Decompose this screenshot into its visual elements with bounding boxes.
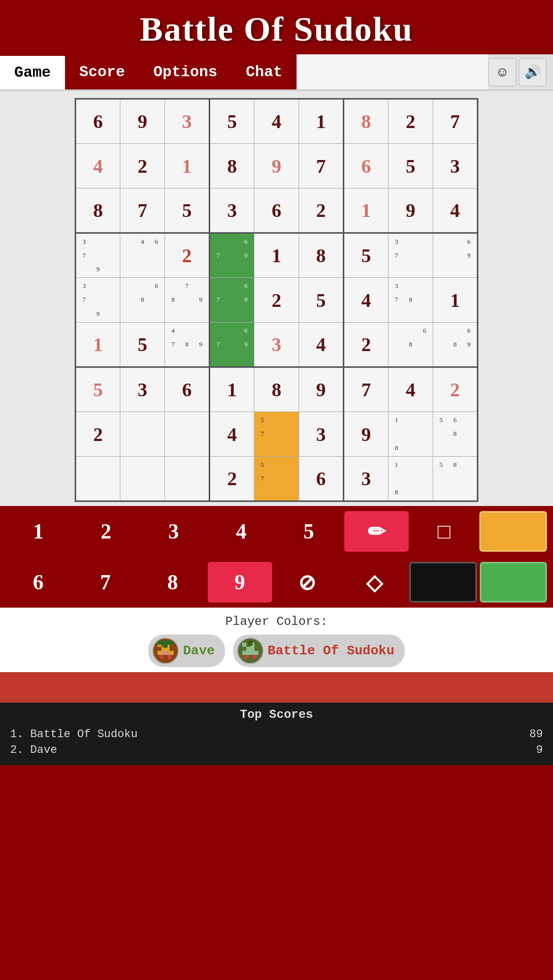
ctrl-btn-1[interactable]: 1 [6, 511, 71, 552]
cell-6-7[interactable]: 4 [388, 367, 433, 412]
cell-8-0[interactable] [76, 457, 120, 501]
cell-4-3[interactable]: 679 [210, 278, 254, 323]
cell-1-0[interactable]: 4 [76, 144, 120, 188]
cell-5-8[interactable]: 689 [433, 323, 478, 367]
cell-2-6[interactable]: 1 [344, 188, 388, 233]
cell-2-7[interactable]: 9 [388, 188, 433, 233]
cell-7-0[interactable]: 2 [76, 412, 120, 457]
cell-0-8[interactable]: 7 [433, 99, 478, 144]
cell-8-4[interactable]: 57 [254, 457, 299, 501]
cell-4-2[interactable]: 789 [165, 278, 210, 323]
ctrl-btn-9[interactable]: 9 [208, 562, 272, 603]
cell-6-8[interactable]: 2 [433, 367, 478, 412]
cell-5-7[interactable]: 68 [388, 323, 433, 367]
cell-0-1[interactable]: 9 [120, 99, 165, 144]
cell-4-7[interactable]: 378 [388, 278, 433, 323]
cell-6-5[interactable]: 9 [299, 367, 344, 412]
cell-2-8[interactable]: 4 [433, 188, 478, 233]
cell-3-4[interactable]: 1 [254, 233, 299, 278]
cell-2-1[interactable]: 7 [120, 188, 165, 233]
cell-4-4[interactable]: 2 [254, 278, 299, 323]
cell-8-6[interactable]: 3 [344, 457, 388, 501]
cell-1-2[interactable]: 1 [165, 144, 210, 188]
cell-0-2[interactable]: 3 [165, 99, 210, 144]
cell-4-5[interactable]: 5 [299, 278, 344, 323]
cell-8-3[interactable]: 2 [210, 457, 254, 501]
cell-0-7[interactable]: 2 [388, 99, 433, 144]
tab-chat[interactable]: Chat [232, 54, 297, 89]
cell-0-4[interactable]: 4 [254, 99, 299, 144]
cell-1-8[interactable]: 3 [433, 144, 478, 188]
cell-4-1[interactable]: 68 [120, 278, 165, 323]
cell-5-1[interactable]: 5 [120, 323, 165, 367]
ctrl-btn-fill[interactable]: ◇ [342, 562, 406, 603]
cell-5-3[interactable]: 679 [210, 323, 254, 367]
cell-3-1[interactable]: 46 [120, 233, 165, 278]
cell-6-2[interactable]: 6 [165, 367, 210, 412]
ctrl-btn-4[interactable]: 4 [209, 511, 273, 552]
cell-6-6[interactable]: 7 [344, 367, 388, 412]
cell-5-2[interactable]: 4789 [165, 323, 210, 367]
ctrl-btn-7[interactable]: 7 [73, 562, 137, 603]
cell-2-0[interactable]: 8 [76, 188, 120, 233]
tab-game[interactable]: Game [0, 54, 65, 89]
cell-8-5[interactable]: 6 [299, 457, 344, 501]
cell-3-3[interactable]: 679 [210, 233, 254, 278]
cell-3-0[interactable]: 379 [76, 233, 120, 278]
tab-score[interactable]: Score [65, 54, 139, 89]
cell-5-4[interactable]: 3 [254, 323, 299, 367]
cell-4-8[interactable]: 1 [433, 278, 478, 323]
cell-3-7[interactable]: 37 [388, 233, 433, 278]
cell-1-5[interactable]: 7 [299, 144, 344, 188]
cell-8-8[interactable]: 58 [433, 457, 478, 501]
ctrl-btn-green[interactable] [480, 562, 547, 603]
cell-1-4[interactable]: 9 [254, 144, 299, 188]
cell-2-3[interactable]: 3 [210, 188, 254, 233]
cell-6-0[interactable]: 5 [76, 367, 120, 412]
cell-7-7[interactable]: 18 [388, 412, 433, 457]
cell-4-6[interactable]: 4 [344, 278, 388, 323]
cell-5-6[interactable]: 2 [344, 323, 388, 367]
ctrl-btn-orange[interactable] [479, 511, 547, 552]
cell-8-1[interactable] [120, 457, 165, 501]
cell-1-6[interactable]: 6 [344, 144, 388, 188]
ctrl-btn-5[interactable]: 5 [277, 511, 341, 552]
cell-3-2[interactable]: 2 [165, 233, 210, 278]
cell-4-0[interactable]: 379 [76, 278, 120, 323]
cell-1-1[interactable]: 2 [120, 144, 165, 188]
ctrl-btn-2[interactable]: 2 [74, 511, 138, 552]
cell-8-2[interactable] [165, 457, 210, 501]
cell-1-3[interactable]: 8 [210, 144, 254, 188]
cell-7-4[interactable]: 57 [254, 412, 299, 457]
ctrl-btn-black[interactable] [409, 562, 476, 603]
cell-3-6[interactable]: 5 [344, 233, 388, 278]
cell-7-2[interactable] [165, 412, 210, 457]
cell-0-6[interactable]: 8 [344, 99, 388, 144]
cell-6-4[interactable]: 8 [254, 367, 299, 412]
cell-2-5[interactable]: 2 [299, 188, 344, 233]
ctrl-btn-8[interactable]: 8 [141, 562, 205, 603]
ctrl-btn-6[interactable]: 6 [6, 562, 70, 603]
cell-6-3[interactable]: 1 [210, 367, 254, 412]
cell-5-5[interactable]: 4 [299, 323, 344, 367]
cell-0-0[interactable]: 6 [76, 99, 120, 144]
cell-6-1[interactable]: 3 [120, 367, 165, 412]
cell-2-2[interactable]: 5 [165, 188, 210, 233]
cell-8-7[interactable]: 18 [388, 457, 433, 501]
cell-0-3[interactable]: 5 [210, 99, 254, 144]
cell-7-1[interactable] [120, 412, 165, 457]
sound-button[interactable]: 🔊 [518, 58, 547, 86]
ctrl-btn-pencil[interactable]: ✏ [344, 511, 409, 552]
cell-1-7[interactable]: 5 [388, 144, 433, 188]
ctrl-btn-square[interactable]: □ [412, 511, 476, 552]
cell-3-8[interactable]: 69 [433, 233, 478, 278]
ctrl-btn-3[interactable]: 3 [141, 511, 206, 552]
cell-5-0[interactable]: 1 [76, 323, 120, 367]
cell-2-4[interactable]: 6 [254, 188, 299, 233]
cell-7-8[interactable]: 568 [433, 412, 478, 457]
cell-7-6[interactable]: 9 [344, 412, 388, 457]
emoji-button[interactable]: ☺ [488, 58, 516, 86]
cell-7-5[interactable]: 3 [299, 412, 344, 457]
tab-options[interactable]: Options [139, 54, 232, 89]
cell-3-5[interactable]: 8 [299, 233, 344, 278]
